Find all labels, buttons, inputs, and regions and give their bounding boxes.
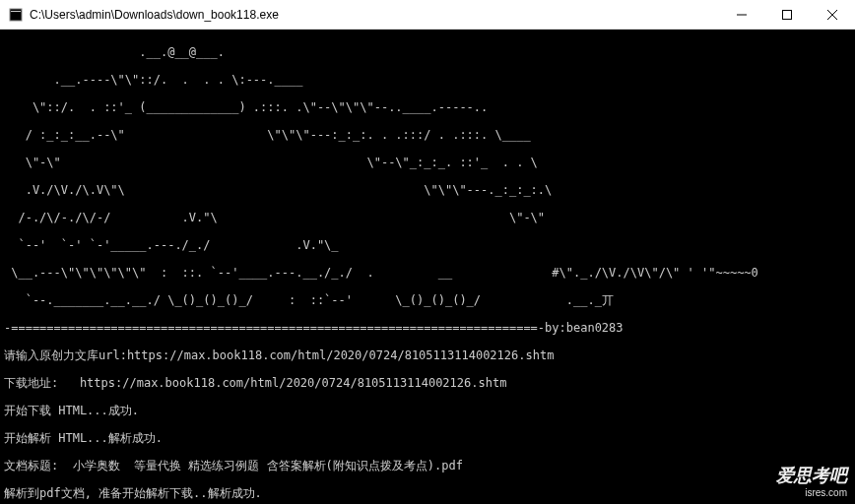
window-titlebar: C:\Users\admin\Downloads\down_book118.ex… [0,0,855,30]
svg-rect-3 [783,10,792,19]
svg-rect-0 [10,9,22,21]
log-download-addr: 下载地址: https://max.book118.com/html/2020/… [4,376,851,390]
window-controls [719,0,855,29]
log-doc-title: 文档标题: 小学奥数 等量代换 精选练习例题 含答案解析(附知识点拨及考点).p… [4,459,851,472]
ascii-art-line: `--._______.__.__./ \_()_()_()_/ : ::`--… [4,293,851,307]
console-output[interactable]: .__.@__@___. .__.----\"\"::/. . . . \:--… [0,30,855,504]
app-icon [8,7,24,23]
ascii-art-line: / :_:_:__.--\" \"\"\"---:_:_:. . .:::/ .… [4,128,851,142]
log-prompt-url: 请输入原创力文库url:https://max.book118.com/html… [4,348,851,362]
ascii-art-line: -=======================================… [4,321,851,335]
ascii-art-line: \"::/. . ::'_ (_____________) .:::. .\"-… [4,100,851,114]
log-parse-html: 开始解析 HTML...解析成功. [4,431,851,445]
close-button[interactable] [810,0,855,29]
ascii-art-line: \__.---\"\"\"\"\"\" : ::. `--'____.---._… [4,266,851,280]
ascii-art-line: .__.----\"\"::/. . . . \:---.____ [4,73,851,87]
svg-rect-1 [11,11,21,12]
log-parse-pdf: 解析到pdf文档, 准备开始解析下载..解析成功. [4,486,851,500]
minimize-button[interactable] [719,0,764,29]
ascii-art-line: \"-\" \"--\"_:_:_. ::'_ . . \ [4,156,851,169]
ascii-art-line: /-./\/-./\/-/ .V."\ \"-\" [4,211,851,224]
window-title: C:\Users\admin\Downloads\down_book118.ex… [30,8,719,22]
ascii-art-line: .V./\V./\.V\"\ \"\"\"---._:_:_:.\ [4,183,851,197]
ascii-art-line: `--' `-' `-'_____.---./_./ .V."\_ [4,238,851,252]
ascii-art-line: .__.@__@___. [4,45,851,59]
maximize-button[interactable] [764,0,810,29]
log-start-html: 开始下载 HTML...成功. [4,404,851,417]
